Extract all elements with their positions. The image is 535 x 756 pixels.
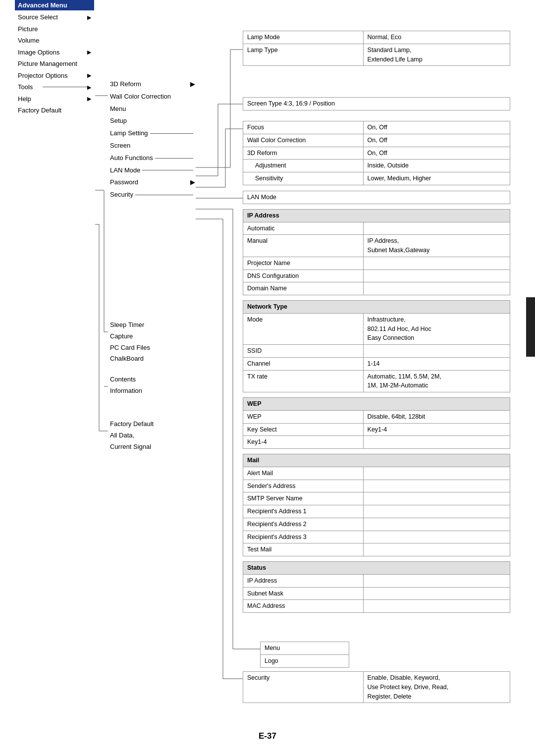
test-mail-row: Test Mail — [243, 543, 510, 556]
submenu-password[interactable]: Password ▶ — [108, 176, 197, 189]
projector-name-value — [363, 257, 510, 270]
menu-item-picture-label: Picture — [18, 24, 38, 34]
alert-mail-row: Alert Mail — [243, 467, 510, 480]
recipient2-value — [363, 518, 510, 531]
submenu-menu[interactable]: Menu — [108, 103, 197, 115]
lan-mode-section: LAN Mode IP Address Automatic Manual IP … — [243, 191, 510, 618]
submenu-screen[interactable]: Screen — [108, 140, 197, 152]
recipient2-label: Recipient's Address 2 — [243, 518, 364, 531]
key1-4-value — [363, 436, 510, 449]
page-number: E-37 — [259, 731, 276, 741]
lan-mode-label: LAN Mode — [243, 191, 510, 204]
menu-item-factory-default-label: Factory Default — [18, 106, 61, 115]
automatic-row: Automatic — [243, 222, 510, 235]
contents-block: Contents Information — [108, 374, 187, 397]
tx-rate-row: TX rate Automatic, 11M, 5.5M, 2M,1M, 1M-… — [243, 370, 510, 392]
status-header-label: Status — [243, 562, 510, 575]
ip-address-header: IP Address — [243, 209, 510, 222]
key1-4-row: Key1-4 — [243, 436, 510, 449]
domain-name-value — [363, 282, 510, 295]
tools-sub-sleep-timer[interactable]: Sleep Timer — [108, 320, 187, 331]
status-subnet-mask-label: Subnet Mask — [243, 587, 364, 600]
tools-sub-capture[interactable]: Capture — [108, 331, 187, 342]
lan-mode-header-row: LAN Mode — [243, 191, 510, 204]
menu-item-projector-options[interactable]: Projector Options ▶ — [15, 70, 94, 82]
menu-item-help[interactable]: Help ▶ — [15, 93, 94, 105]
3d-reform-value: On, Off — [363, 147, 510, 160]
menu-item-picture[interactable]: Picture — [15, 23, 94, 35]
submenu-wall-color[interactable]: Wall Color Correction — [108, 91, 197, 103]
tx-rate-label: TX rate — [243, 370, 364, 392]
all-data-item[interactable]: All Data, — [108, 430, 187, 441]
menu-item-factory-default[interactable]: Factory Default — [15, 105, 94, 116]
wep-table: WEP WEP Disable, 64bit, 128bit Key Selec… — [243, 397, 510, 449]
menu-logo-section: Menu Logo — [260, 642, 349, 673]
smtp-server-value — [363, 492, 510, 505]
security-value: Enable, Disable, Keyword,Use Protect key… — [363, 672, 510, 703]
lamp-type-value: Standard Lamp,Extended Life Lamp — [363, 44, 510, 66]
logo-row: Logo — [261, 654, 349, 667]
channel-value: 1-14 — [363, 357, 510, 370]
factory-default-item[interactable]: Factory Default — [108, 419, 187, 430]
status-subnet-mask-row: Subnet Mask — [243, 587, 510, 600]
menu-item-image-options[interactable]: Image Options ▶ — [15, 47, 94, 58]
mode-row: Mode Infrastructure,802.11 Ad Hoc, Ad Ho… — [243, 313, 510, 344]
senders-address-label: Sender's Address — [243, 480, 364, 492]
status-ip-address-label: IP Address — [243, 574, 364, 587]
menu-item-picture-management[interactable]: Picture Management — [15, 58, 94, 70]
advanced-menu-title: Advanced Menu — [15, 0, 94, 10]
tools-sub-pc-card-files[interactable]: PC Card Files — [108, 342, 187, 354]
advanced-menu: Advanced Menu Source Select ▶ Picture Vo… — [15, 0, 94, 116]
submenu-security[interactable]: Security — [108, 189, 197, 201]
submenu-setup[interactable]: Setup — [108, 115, 197, 127]
senders-address-row: Sender's Address — [243, 480, 510, 492]
wall-color-label: Wall Color Correction — [243, 134, 364, 147]
menu-item-source-select-arrow: ▶ — [87, 13, 91, 22]
menu-item-help-label: Help — [18, 94, 31, 104]
network-type-header-label: Network Type — [243, 301, 510, 314]
status-mac-address-label: MAC Address — [243, 600, 364, 613]
lamp-table: Lamp Mode Normal, Eco Lamp Type Standard… — [243, 31, 510, 66]
submenu-auto-functions[interactable]: Auto Functions — [108, 152, 197, 164]
logo-label: Logo — [261, 654, 349, 667]
mode-label: Mode — [243, 313, 364, 344]
tools-line — [43, 87, 87, 87]
status-mac-address-row: MAC Address — [243, 600, 510, 613]
lamp-mode-value: Normal, Eco — [363, 31, 510, 44]
menu-item-tools[interactable]: Tools ▶ — [15, 81, 94, 93]
alert-mail-label: Alert Mail — [243, 467, 364, 480]
ssid-value — [363, 345, 510, 358]
recipient1-label: Recipient's Address 1 — [243, 505, 364, 518]
menu-item-help-arrow: ▶ — [87, 95, 91, 103]
recipient2-row: Recipient's Address 2 — [243, 518, 510, 531]
tools-sub-chalkboard[interactable]: ChalkBoard — [108, 353, 187, 365]
network-type-header: Network Type — [243, 301, 510, 314]
alert-mail-value — [363, 467, 510, 480]
submenu-3d-reform[interactable]: 3D Reform ▶ — [108, 78, 197, 91]
senders-address-value — [363, 480, 510, 492]
status-subnet-mask-value — [363, 587, 510, 600]
current-signal-item[interactable]: Current Signal — [108, 441, 187, 453]
submenu-lan-mode[interactable]: LAN Mode — [108, 164, 197, 177]
menu-item-volume[interactable]: Volume — [15, 35, 94, 47]
submenu-lamp-setting[interactable]: Lamp Setting — [108, 127, 197, 140]
smtp-server-label: SMTP Server Name — [243, 492, 364, 505]
menu-item-picture-management-label: Picture Management — [18, 59, 77, 69]
dns-config-value — [363, 270, 510, 282]
side-bar — [526, 297, 535, 357]
contents-item[interactable]: Contents — [108, 374, 187, 385]
menu-item-source-select[interactable]: Source Select ▶ — [15, 11, 94, 23]
screen-type-table: Screen Type 4:3, 16:9 / Position — [243, 97, 510, 110]
information-item[interactable]: Information — [108, 385, 187, 397]
focus-table: Focus On, Off Wall Color Correction On, … — [243, 121, 510, 185]
mail-table: Mail Alert Mail Sender's Address SMTP Se… — [243, 454, 510, 556]
sensitivity-value: Lower, Medium, Higher — [363, 172, 510, 185]
wep-header: WEP — [243, 398, 510, 411]
ssid-label: SSID — [243, 345, 364, 358]
menu-item-source-select-label: Source Select — [18, 12, 58, 22]
test-mail-label: Test Mail — [243, 543, 364, 556]
lamp-type-label: Lamp Type — [243, 44, 364, 66]
menu-logo-table: Menu Logo — [260, 642, 349, 668]
channel-row: Channel 1-14 — [243, 357, 510, 370]
adjustment-value: Inside, Outside — [363, 160, 510, 172]
